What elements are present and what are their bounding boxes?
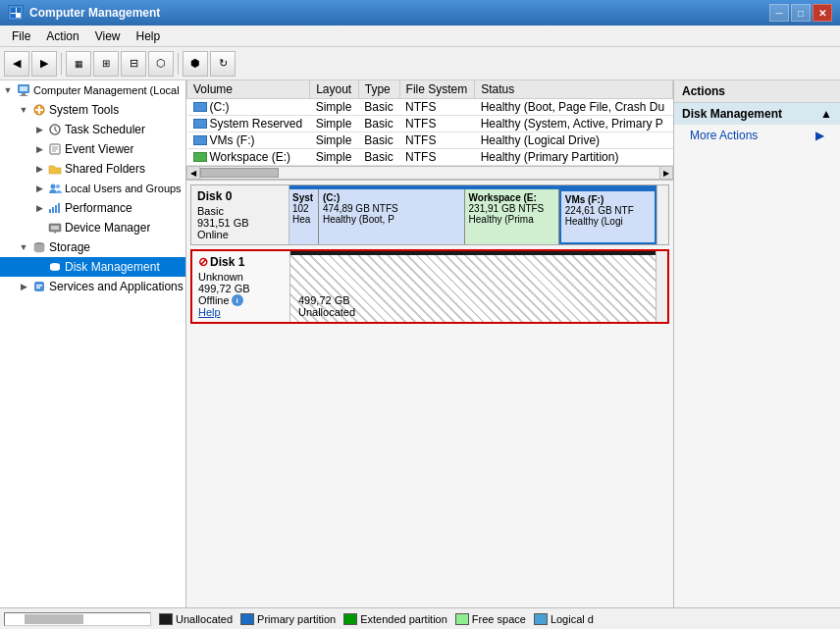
cell-status: Healthy (Primary Partition) (475, 149, 673, 166)
cell-status: Healthy (Boot, Page File, Crash Du (475, 99, 673, 116)
cell-layout: Simple (310, 149, 359, 166)
table-row[interactable]: (C:) Simple Basic NTFS Healthy (Boot, Pa… (187, 99, 673, 116)
menu-action[interactable]: Action (38, 27, 86, 45)
shared-expand[interactable]: ▶ (31, 161, 47, 177)
disk0-size: 931,51 GB (197, 217, 283, 229)
tree-performance[interactable]: ▶ Performance (0, 198, 185, 218)
partition-workspace[interactable]: Workspace (E: 231,91 GB NTFS Healthy (Pr… (465, 189, 559, 244)
disk0-type: Basic (197, 205, 283, 217)
cell-fs: NTFS (399, 99, 475, 116)
svg-rect-3 (20, 95, 27, 96)
action-more-actions[interactable]: More Actions ▶ (674, 125, 840, 146)
scroll-right[interactable]: ▶ (659, 166, 673, 180)
svg-point-15 (56, 184, 60, 188)
tree-storage[interactable]: ▼ Storage (0, 237, 185, 257)
disk0-status: Online (197, 229, 283, 240)
cell-status: Healthy (System, Active, Primary P (475, 116, 673, 132)
action-group-disk-management[interactable]: Disk Management ▲ (674, 103, 840, 125)
svg-rect-17 (52, 207, 54, 213)
col-layout: Layout (310, 80, 359, 99)
root-expand[interactable]: ▼ (0, 82, 16, 98)
refresh-button[interactable]: ↻ (210, 51, 236, 77)
tree-local-users[interactable]: ▶ Local Users and Groups (0, 179, 185, 198)
tree-shared-folders[interactable]: ▶ Shared Folders (0, 159, 185, 179)
action-arrow-icon: ▶ (815, 129, 824, 142)
cell-layout: Simple (310, 99, 359, 116)
partition-unallocated[interactable]: 499,72 GB Unallocated (290, 255, 656, 322)
performance-label: Performance (65, 201, 132, 215)
col-volume: Volume (187, 80, 310, 99)
back-button[interactable]: ◀ (4, 51, 29, 77)
event-expand[interactable]: ▶ (31, 141, 47, 157)
disk1-status: Offline i (198, 294, 284, 306)
properties-button[interactable]: ⊞ (93, 51, 119, 77)
horizontal-scrollbar[interactable]: ◀ ▶ (186, 166, 673, 180)
disk0-scrollbar (656, 185, 668, 244)
svg-rect-27 (36, 288, 40, 289)
info-icon: i (232, 294, 243, 306)
status-scrollbar[interactable] (4, 612, 151, 626)
show-hide-button[interactable]: ▦ (66, 51, 91, 77)
status-bar: Unallocated Primary partition Extended p… (0, 607, 840, 629)
svg-rect-21 (51, 226, 59, 230)
shared-folders-label: Shared Folders (65, 162, 145, 176)
disk1-row: ⊘Disk 1 Unknown 499,72 GB Offline i Help… (190, 249, 669, 324)
tree-device-manager[interactable]: Device Manager (0, 218, 185, 237)
cell-type: Basic (358, 116, 399, 132)
tree-task-scheduler[interactable]: ▶ Task Scheduler (0, 120, 185, 139)
tree-services[interactable]: ▶ Services and Applications (0, 277, 185, 296)
device-icon (47, 220, 63, 236)
table-row[interactable]: Workspace (E:) Simple Basic NTFS Healthy… (187, 149, 673, 166)
scrollbar-track (200, 167, 659, 179)
import-button[interactable]: ⬢ (183, 51, 208, 77)
partition-c[interactable]: (C:) 474,89 GB NTFS Healthy (Boot, P (319, 189, 465, 244)
col-fs: File System (399, 80, 475, 99)
storage-expand[interactable]: ▼ (16, 239, 31, 255)
legend-primary-box (240, 613, 254, 625)
svg-rect-19 (58, 203, 60, 213)
services-expand[interactable]: ▶ (16, 279, 31, 294)
table-row[interactable]: System Reserved Simple Basic NTFS Health… (187, 116, 673, 132)
partition-vms[interactable]: VMs (F:) 224,61 GB NTF Healthy (Logi (559, 189, 656, 244)
system-tools-expand[interactable]: ▼ (16, 102, 31, 118)
maximize-button[interactable]: □ (791, 4, 811, 22)
tree-system-tools[interactable]: ▼ System Tools (0, 100, 185, 120)
minimize-button[interactable]: ─ (769, 4, 789, 22)
part-name: (C:) (323, 192, 460, 203)
svg-point-22 (54, 232, 56, 234)
services-icon (31, 279, 47, 294)
cell-volume: System Reserved (187, 116, 310, 132)
users-expand[interactable]: ▶ (31, 181, 47, 196)
export-button[interactable]: ⬡ (148, 51, 174, 77)
tree-event-viewer[interactable]: ▶ Event Viewer (0, 139, 185, 159)
disk-area: Disk 0 Basic 931,51 GB Online Syst 102 H… (186, 180, 673, 607)
services-label: Services and Applications (49, 280, 184, 293)
toolbar-separator-1 (61, 53, 62, 75)
table-row[interactable]: VMs (F:) Simple Basic NTFS Healthy (Logi… (187, 132, 673, 149)
part-size: 224,61 GB NTF (565, 205, 651, 216)
cell-volume: Workspace (E:) (187, 149, 310, 166)
menu-view[interactable]: View (87, 27, 129, 45)
status-scrollbar-thumb (25, 614, 83, 624)
action-group-collapse-icon: ▲ (820, 107, 832, 121)
tree-root[interactable]: ▼ Computer Management (Local (0, 80, 185, 100)
menu-file[interactable]: File (4, 27, 38, 45)
scrollbar-thumb[interactable] (200, 168, 279, 178)
part-size: 231,91 GB NTFS (469, 203, 554, 214)
window-controls: ─ □ ✕ (769, 4, 832, 22)
disk1-type: Unknown (198, 271, 284, 283)
perf-expand[interactable]: ▶ (31, 200, 47, 216)
forward-button[interactable]: ▶ (31, 51, 57, 77)
part-status: Healthy (Logi (565, 216, 651, 227)
tree-disk-management[interactable]: Disk Management (0, 257, 185, 277)
legend-primary: Primary partition (240, 613, 336, 625)
menu-help[interactable]: Help (129, 27, 169, 45)
task-sched-expand[interactable]: ▶ (31, 122, 47, 137)
scroll-left[interactable]: ◀ (186, 166, 200, 180)
help-button[interactable]: ⊟ (121, 51, 146, 77)
tree-panel: ▼ Computer Management (Local ▼ System To… (0, 80, 186, 607)
cell-fs: NTFS (399, 132, 475, 149)
partition-sysreserved[interactable]: Syst 102 Hea (289, 189, 319, 244)
help-link[interactable]: Help (198, 306, 221, 318)
close-button[interactable]: ✕ (813, 4, 832, 22)
